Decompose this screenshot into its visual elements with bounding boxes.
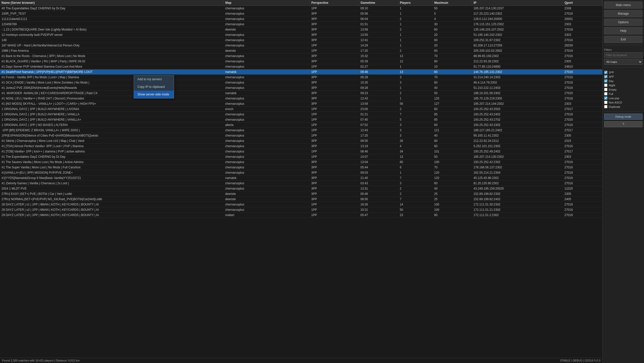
table-row[interactable]: #1 [NO MODS] SKYFALL - VANILLA+ | LOOT+ … (0, 101, 602, 107)
checkbox-duplicate[interactable] (604, 105, 607, 108)
table-row[interactable]: 187 WAKE UP - Hard Life/Vanilla/Veteran/… (0, 43, 602, 48)
checkbox-row-full[interactable]: Full (604, 92, 642, 96)
cell-name: #1 DeathProof Namalsk | 1PP|PVP|HELI|PAR… (0, 69, 224, 75)
cell-players: 2 (398, 91, 433, 96)
table-row[interactable]: 1 ORIGINAL DAYZ | 1PP | BUILD ANYWHERE |… (0, 117, 602, 122)
table-row[interactable]: #1 GCA | EN/DE | Vanilla | More Loot | M… (0, 80, 602, 85)
table-row[interactable]: 1PP|EXPANSION|Silence of Cities PvE+|HAR… (0, 133, 602, 138)
table-row[interactable]: 2024 1 MLDT PVEchernarusplus3PP13:312404… (0, 186, 602, 191)
checkbox-night[interactable] (604, 84, 607, 87)
table-row[interactable]: 27RU| EASY |SET+| PVE | BOTbI | Car | Ve… (0, 191, 602, 197)
table-row[interactable]: #1 Zielonty Games | Vanilla | Chernarus … (0, 181, 602, 186)
cell-gametime: 17:20 (359, 48, 398, 54)
cell-ip: 172.111.51.30:2302 (472, 202, 563, 207)
table-row[interactable]: 149chernarusplus3PP12:41160109.252.31.97… (0, 38, 602, 43)
main-menu-button[interactable]: Main menu (604, 2, 642, 9)
table-row[interactable]: #1 NGNL | EU | Vanilla++ | RAID 24/7 | D… (0, 96, 602, 101)
exit-button[interactable]: Exit (604, 36, 642, 43)
table-row[interactable]: 123456789chernarusplus3PP01:51130176.115… (0, 22, 602, 27)
context-menu-item-0[interactable]: Add to my servers (134, 75, 174, 83)
table-row[interactable]: 1 ORIGINAL DAYZ | 1PP | BUILD ANYWHERE |… (0, 107, 602, 112)
table-row[interactable]: - 1.23 | DONTBESQUARE Deer Isle (Lightly… (0, 27, 602, 32)
table-row[interactable]: #1 Forest - Vanilla 3PP | No Mods | Loot… (0, 75, 602, 80)
col-header-map[interactable]: Map (224, 0, 310, 6)
table-row[interactable]: #0 The Expendables DayZ CHERNO by Dr.Day… (0, 6, 602, 11)
table-row[interactable]: #1 The Saviors Vanilla | More Loot | No … (0, 160, 602, 165)
options-button[interactable]: Options (604, 19, 642, 26)
context-menu-item-1[interactable]: Copy IP to clipboard (134, 83, 174, 91)
checkbox-non-ascii[interactable] (604, 101, 607, 104)
col-header-name[interactable]: Name (Server browser) (0, 0, 224, 6)
table-row[interactable]: 1988 | Free Americadeerisle1PP17:2026020… (0, 48, 602, 54)
cell-name: 1 ORIGINAL DAYZ | 1PP | BUILD ANYWHERE |… (0, 112, 224, 117)
table-row[interactable]: #1 Sibiria | Chernarusplus | More Loot x… (0, 138, 602, 144)
cell-name: 1 ORIGINAL DAYZ | 1PP | NO BASES | ALTER… (0, 122, 224, 128)
table-row[interactable]: #1 JonkoZ PVE 200K|DNA|Horde|Events|Heli… (0, 85, 602, 91)
cell-perspective: 1PP (310, 112, 359, 117)
table-row[interactable]: 27RU| NORMAL|SET+|PVE/PVP| NO_Kill,Raid_… (0, 197, 602, 202)
table-row[interactable]: 1 ORIGINAL DAYZ | 1PP | NO BASES | ALTER… (0, 122, 602, 128)
col-header-gametime[interactable]: Gametime (359, 0, 398, 6)
table-row[interactable]: #1 The Super Vanilla | More Loot | No Mo… (0, 165, 602, 170)
table-row[interactable]: #1|VANILLA+|EU | 3PP| MISSION| PVP/PVE Z… (0, 170, 602, 175)
checkbox-row-low-pop[interactable]: Low pop (604, 96, 642, 100)
cell-ip: 205.209.102.62:2602 (472, 48, 563, 54)
table-row[interactable]: -1PP [BR] EPIDEMIC Z BRASIL VANILLA+ | W… (0, 128, 602, 133)
col-header-perspective[interactable]: Perspective (310, 0, 359, 6)
debug-mode-button[interactable]: Debug mode (604, 114, 642, 120)
checkbox-low-pop[interactable] (604, 96, 607, 100)
cell-qport: 27018 (563, 27, 602, 32)
context-menu-item-2[interactable]: Show server-side mods (134, 91, 174, 98)
cell-qport: 27016 (563, 175, 602, 181)
checkbox-row-day[interactable]: Day (604, 79, 642, 83)
question-button[interactable]: ? (604, 121, 642, 127)
cell-gametime: 23:00 (359, 107, 398, 112)
table-row[interactable]: #1 BLACK_GUARD | Vanilla+ | RU | MAP | P… (0, 59, 602, 64)
cell-map: chernarusplus (224, 22, 310, 27)
cell-name: #1[YYDS]Namalsk|Group 6 Max|Basic Vanill… (0, 175, 224, 181)
cell-map: chernarusplus (224, 80, 310, 85)
table-row[interactable]: #1 The Expendables DayZ CHERNO by Dr.Day… (0, 154, 602, 160)
table-row[interactable]: 1 ORIGINAL DAYZ | 1PP | BUILD ANYWHERE |… (0, 112, 602, 117)
checkbox-row-1pp[interactable]: 1PP (604, 70, 642, 74)
checkbox-row-3pp[interactable]: 3PP (604, 74, 642, 79)
table-row[interactable]: 28 DAYZ LATER | s1 | 1PP | 8MAN | KOTH |… (0, 202, 602, 207)
table-row[interactable]: #1 [TDA] Almost Perfect Vanilla+ 3PP | L… (0, 144, 602, 149)
table-row[interactable]: #1 [TDB] Vanilla+ 1PP | loot++ | stamina… (0, 149, 602, 154)
table-row[interactable]: #1[YYDS]Namalsk|Group 6 Max|Basic Vanill… (0, 175, 602, 181)
checkbox-full[interactable] (604, 92, 607, 95)
col-header-ip[interactable]: IP (472, 0, 563, 6)
table-row[interactable]: 100R_PVP_TESTchernarusplus3PP05:5615217.… (0, 11, 602, 16)
table-row[interactable]: #1 Dayz Server PVP Unlimited Stamina Coo… (0, 64, 602, 69)
keyword-filter-input[interactable] (604, 52, 642, 58)
checkbox-empty[interactable] (604, 88, 607, 91)
map-select[interactable]: All maps (604, 59, 642, 65)
checkbox-row-empty[interactable]: Empty (604, 87, 642, 92)
server-table-wrapper[interactable]: Name (Server browser) Map Perspective Ga… (0, 0, 602, 218)
checkbox-1pp[interactable] (604, 71, 607, 74)
col-header-qport[interactable]: Qport (563, 0, 602, 6)
cell-ip: 43.249.195.159:20025 (472, 186, 563, 191)
cell-name: #0 The Expendables DayZ CHERNO by Dr.Day (0, 6, 224, 11)
checkbox-3pp[interactable] (604, 75, 607, 78)
table-row[interactable]: 29 DAYZ LATER | s3 | 1PP | 6MAN | KOTH |… (0, 213, 602, 218)
cell-qport: 20001 (563, 16, 602, 22)
manage-button[interactable]: Manage (604, 10, 642, 17)
table-row[interactable]: #1 DeathProof Namalsk | 1PP|PVP|HELI|PAR… (0, 69, 602, 75)
cell-qport: 2305 (563, 133, 602, 138)
cell-qport: 27016 (563, 207, 602, 213)
checkbox-row-duplicate[interactable]: Duplicate (604, 105, 642, 109)
col-header-players[interactable]: Players (398, 0, 433, 6)
cell-name: 1 ORIGINAL DAYZ | 1PP | BUILD ANYWHERE |… (0, 107, 224, 112)
table-row[interactable]: 111111david11111chernarusplus3PP06:04241… (0, 16, 602, 22)
checkbox-day[interactable] (604, 79, 607, 83)
cell-ip: 5.252.101.151:2302 (472, 144, 563, 149)
table-row[interactable]: #1 Back to the Roots - Chernarus | 3PP |… (0, 54, 602, 59)
checkbox-row-night[interactable]: Night (604, 83, 642, 87)
table-row[interactable]: #1. MARODER -NAMALSK | KEY-CARDS/AIRDROP… (0, 91, 602, 96)
table-row[interactable]: 12 monkeys community built PVE/PVP serve… (0, 32, 602, 38)
col-header-maximum[interactable]: Maximum (433, 0, 472, 6)
table-row[interactable]: 28 DAYZ LATER | s2 | 1PP | 6MAN | KOTH |… (0, 207, 602, 213)
help-button[interactable]: Help (604, 27, 642, 34)
checkbox-row-non-ascii[interactable]: Non-ASCII (604, 100, 642, 105)
